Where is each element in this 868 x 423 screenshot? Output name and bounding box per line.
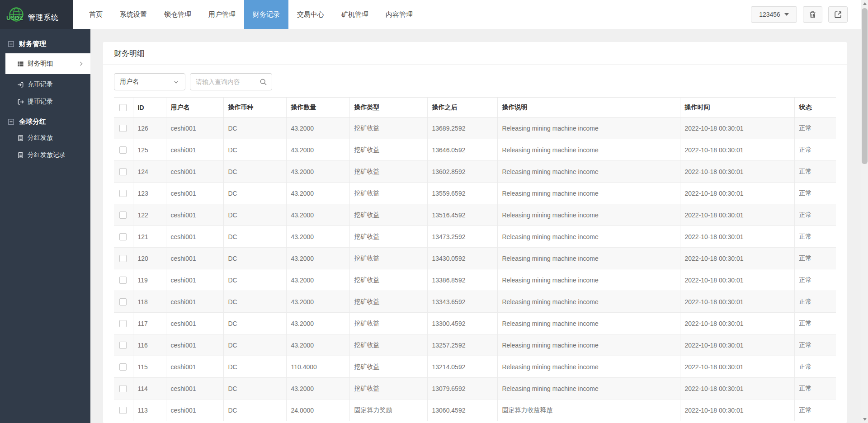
table-row: 119ceshi001DC43.2000挖矿收益13386.8592Releas… xyxy=(114,269,836,291)
cell-coin: DC xyxy=(223,248,286,269)
row-checkbox[interactable] xyxy=(119,298,127,306)
cell-time: 2022-10-18 00:30:01 xyxy=(680,334,794,356)
cell-id: 121 xyxy=(133,226,166,248)
cell-amount: 43.2000 xyxy=(286,118,349,139)
row-checkbox[interactable] xyxy=(119,168,127,175)
column-header: 操作数量 xyxy=(286,98,349,118)
finance-table: ID用户名操作币种操作数量操作类型操作之后操作说明操作时间状态 126ceshi… xyxy=(114,97,836,421)
cell-username: ceshi001 xyxy=(166,248,223,269)
scroll-up-arrow-icon[interactable] xyxy=(861,0,868,7)
top-navbar: USDZ 管理系统 首页系统设置锁仓管理用户管理财务记录交易中心矿机管理内容管理… xyxy=(0,0,861,29)
nav-item[interactable]: 财务记录 xyxy=(244,0,288,29)
row-checkbox[interactable] xyxy=(119,320,127,327)
sidebar: 财务管理财务明细充币记录提币记录全球分红分红发放分红发放记录 xyxy=(0,29,90,423)
chevron-right-icon xyxy=(78,61,84,67)
cell-time: 2022-10-18 00:30:01 xyxy=(680,400,794,421)
table-row: 125ceshi001DC43.2000挖矿收益13646.0592Releas… xyxy=(114,139,836,161)
nav-item[interactable]: 系统设置 xyxy=(111,0,156,29)
main-nav: 首页系统设置锁仓管理用户管理财务记录交易中心矿机管理内容管理 xyxy=(73,0,751,29)
sidebar-section-header[interactable]: 财务管理 xyxy=(0,36,90,52)
row-checkbox[interactable] xyxy=(119,190,127,197)
cell-amount: 43.2000 xyxy=(286,291,349,313)
cell-amount: 43.2000 xyxy=(286,248,349,269)
row-checkbox[interactable] xyxy=(119,125,127,132)
cell-time: 2022-10-18 00:30:01 xyxy=(680,378,794,400)
row-checkbox[interactable] xyxy=(119,385,127,392)
nav-item[interactable]: 用户管理 xyxy=(200,0,244,29)
scroll-down-arrow-icon[interactable] xyxy=(861,416,868,423)
cell-username: ceshi001 xyxy=(166,291,223,313)
sidebar-item[interactable]: 提币记录 xyxy=(0,93,90,110)
cell-username: ceshi001 xyxy=(166,161,223,183)
row-checkbox[interactable] xyxy=(119,255,127,262)
cell-after: 13060.4592 xyxy=(427,400,497,421)
column-header: 操作币种 xyxy=(223,98,286,118)
export-button[interactable] xyxy=(828,6,848,23)
cell-type: 固定算力奖励 xyxy=(349,400,427,421)
sidebar-item-label: 提币记录 xyxy=(28,98,53,106)
trash-button[interactable] xyxy=(803,6,822,23)
row-checkbox[interactable] xyxy=(119,407,127,414)
cell-desc: Releasing mining machine income xyxy=(497,118,680,139)
sidebar-item[interactable]: 分红发放 xyxy=(0,129,90,146)
row-checkbox[interactable] xyxy=(119,212,127,219)
cell-amount: 43.2000 xyxy=(286,269,349,291)
cell-type: 挖矿收益 xyxy=(349,226,427,248)
table-row: 124ceshi001DC43.2000挖矿收益13602.8592Releas… xyxy=(114,161,836,183)
column-header: 状态 xyxy=(794,98,836,118)
cell-username: ceshi001 xyxy=(166,400,223,421)
cell-after: 13646.0592 xyxy=(427,139,497,161)
cell-after: 13386.8592 xyxy=(427,269,497,291)
cell-status: 正常 xyxy=(794,248,836,269)
cell-desc: Releasing mining machine income xyxy=(497,161,680,183)
user-dropdown[interactable]: 123456 xyxy=(751,6,797,23)
table-row: 123ceshi001DC43.2000挖矿收益13559.6592Releas… xyxy=(114,183,836,204)
filter-select[interactable]: 用户名 xyxy=(114,73,185,90)
sidebar-item[interactable]: 充币记录 xyxy=(0,76,90,93)
cell-time: 2022-10-18 00:30:01 xyxy=(680,226,794,248)
cell-type: 挖矿收益 xyxy=(349,248,427,269)
cell-id: 120 xyxy=(133,248,166,269)
nav-item[interactable]: 内容管理 xyxy=(377,0,421,29)
page-title: 财务明细 xyxy=(103,42,847,65)
cell-id: 117 xyxy=(133,313,166,334)
nav-item[interactable]: 矿机管理 xyxy=(333,0,377,29)
header-actions: 123456 xyxy=(751,0,861,29)
list-icon xyxy=(17,61,24,67)
row-checkbox[interactable] xyxy=(119,233,127,240)
sidebar-item[interactable]: 财务明细 xyxy=(5,53,90,74)
select-all-checkbox[interactable] xyxy=(119,104,127,111)
cell-id: 122 xyxy=(133,204,166,226)
cell-amount: 43.2000 xyxy=(286,334,349,356)
cell-after: 13300.4592 xyxy=(427,313,497,334)
cell-id: 119 xyxy=(133,269,166,291)
cell-desc: Releasing mining machine income xyxy=(497,226,680,248)
sidebar-item-label: 分红发放记录 xyxy=(28,151,66,159)
cell-after: 13079.6592 xyxy=(427,378,497,400)
search-icon[interactable] xyxy=(259,78,267,86)
cell-amount: 110.4000 xyxy=(286,356,349,378)
search-input[interactable] xyxy=(196,78,257,85)
nav-item[interactable]: 交易中心 xyxy=(288,0,333,29)
cell-id: 124 xyxy=(133,161,166,183)
nav-item[interactable]: 锁仓管理 xyxy=(156,0,200,29)
cell-coin: DC xyxy=(223,291,286,313)
scrollbar-thumb[interactable] xyxy=(862,8,868,164)
sign-out-icon xyxy=(17,99,24,105)
table-header: ID用户名操作币种操作数量操作类型操作之后操作说明操作时间状态 xyxy=(114,98,836,118)
cell-type: 挖矿收益 xyxy=(349,118,427,139)
sidebar-item[interactable]: 分红发放记录 xyxy=(0,146,90,164)
cell-desc: Releasing mining machine income xyxy=(497,248,680,269)
app-title: 管理系统 xyxy=(28,13,59,23)
nav-item[interactable]: 首页 xyxy=(80,0,111,29)
cell-status: 正常 xyxy=(794,313,836,334)
cell-status: 正常 xyxy=(794,291,836,313)
filter-select-value: 用户名 xyxy=(120,78,139,86)
search-box xyxy=(190,73,272,90)
row-checkbox[interactable] xyxy=(119,342,127,349)
row-checkbox[interactable] xyxy=(119,277,127,284)
sidebar-section-header[interactable]: 全球分红 xyxy=(0,114,90,129)
row-checkbox[interactable] xyxy=(119,363,127,371)
cell-time: 2022-10-18 00:30:01 xyxy=(680,161,794,183)
row-checkbox[interactable] xyxy=(119,146,127,154)
